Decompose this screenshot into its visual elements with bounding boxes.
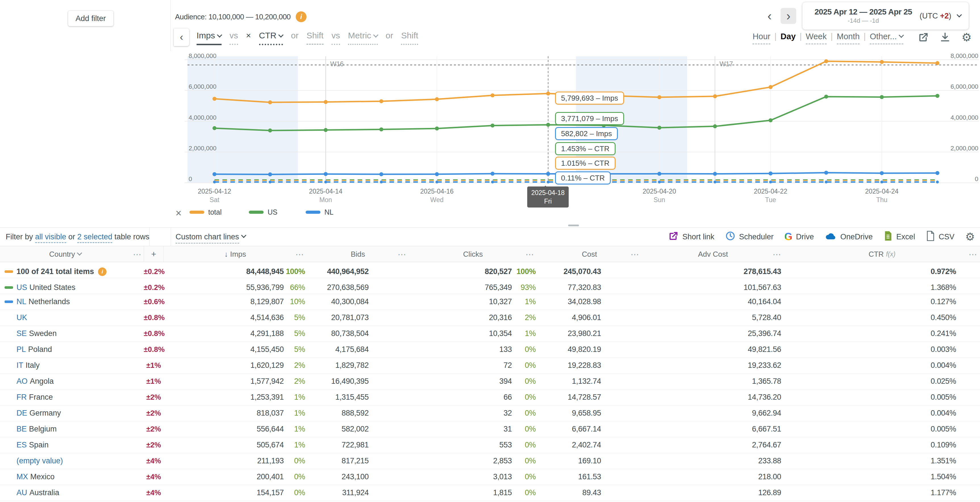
settings-gear-icon[interactable]: ⚙: [961, 31, 973, 43]
export-label: Excel: [896, 233, 915, 241]
export-label: OneDrive: [840, 233, 873, 241]
remove-metric-icon[interactable]: ×: [246, 31, 251, 44]
row-series-swatch: [5, 270, 13, 273]
ctr-menu-icon[interactable]: ⋯: [969, 249, 977, 259]
date-prev-icon[interactable]: ‹: [765, 8, 775, 23]
country-cell[interactable]: 100 of 241 total items i: [0, 267, 130, 276]
metric-token-imps[interactable]: Imps: [197, 31, 221, 45]
country-cell[interactable]: US United States: [0, 283, 130, 292]
metric-token-or[interactable]: or: [386, 31, 393, 44]
add-filter-button[interactable]: Add filter: [68, 11, 113, 26]
metric-token-vs[interactable]: vs: [331, 31, 340, 45]
metric-token-metric[interactable]: Metric: [348, 31, 378, 45]
clicks-cell: 10,354: [409, 329, 513, 338]
row-swatch-slot: [5, 270, 14, 273]
chevron-down-icon: [77, 250, 82, 255]
column-header-ctr[interactable]: CTRf(x) ⋯: [784, 246, 980, 262]
country-cell[interactable]: IT Italy: [0, 361, 130, 370]
export-onedrive-button[interactable]: OneDrive: [825, 231, 873, 242]
table-row-PL[interactable]: PL Poland ±0.8%4,155,4505%4,175,6841330%…: [0, 342, 980, 358]
filter-all-visible-link[interactable]: all visible: [35, 233, 67, 243]
cost-menu-icon[interactable]: ⋯: [631, 249, 639, 259]
granularity-week[interactable]: Week: [806, 32, 827, 45]
chart-resize-handle[interactable]: [568, 225, 579, 226]
metric-token-or[interactable]: or: [291, 31, 299, 44]
info-icon[interactable]: i: [98, 268, 107, 276]
column-header-clicks[interactable]: Clicks ⋯: [409, 246, 537, 262]
country-cell[interactable]: DE Germany: [0, 409, 130, 418]
country-menu-icon[interactable]: ⋯: [130, 246, 144, 262]
column-header-cost[interactable]: Cost ⋯: [537, 246, 642, 262]
country-cell[interactable]: ES Spain: [0, 441, 130, 449]
legend-item-NL[interactable]: NL: [305, 208, 334, 216]
table-row-UK[interactable]: UK ±0.8%4,514,6365%20,781,07320,3162%4,9…: [0, 310, 980, 326]
info-icon[interactable]: i: [296, 11, 307, 22]
table-row-MX[interactable]: MX Mexico ±4%200,4010%243,1003,0130%161.…: [0, 469, 980, 485]
country-cell[interactable]: PL Poland: [0, 345, 130, 354]
uncertainty-cell: ±0.2%: [144, 267, 164, 276]
country-name: Angola: [30, 377, 54, 386]
table-row-ES[interactable]: ES Spain ±2%505,6741%722,9815530%2,402.7…: [0, 437, 980, 453]
country-cell[interactable]: AU Australia: [0, 488, 130, 497]
date-next-icon[interactable]: ›: [781, 8, 796, 24]
chart-collapse-button[interactable]: ‹: [174, 29, 189, 46]
custom-chart-lines-dropdown[interactable]: Custom chart lines: [175, 233, 246, 241]
table-row-NL[interactable]: NL Netherlands ±0.6%8,129,80710%40,300,0…: [0, 294, 980, 310]
table-row-DE[interactable]: DE Germany ±2%818,0371%888,592320%9,658.…: [0, 405, 980, 421]
add-column-button[interactable]: +: [144, 246, 164, 262]
country-cell[interactable]: UK: [0, 313, 130, 322]
legend-item-US[interactable]: US: [249, 208, 277, 216]
table-row-FR[interactable]: FR France ±2%1,253,3911%1,315,455660%14,…: [0, 389, 980, 405]
date-range-picker[interactable]: 2025 Apr 12 — 2025 Apr 25 -14d — -1d (UT…: [802, 2, 969, 30]
country-cell[interactable]: BE Belgium: [0, 425, 130, 433]
table-row-IT[interactable]: IT Italy ±1%1,620,1292%1,829,782720%19,2…: [0, 358, 980, 373]
export-csv-button[interactable]: CSV: [926, 231, 955, 243]
country-cell[interactable]: (empty value): [0, 456, 130, 465]
export-excel-button[interactable]: Excel: [883, 231, 915, 243]
column-header-bids[interactable]: Bids ⋯: [307, 246, 409, 262]
country-cell[interactable]: MX Mexico: [0, 472, 130, 481]
bids-menu-icon[interactable]: ⋯: [398, 249, 406, 259]
metric-token-shift[interactable]: Shift: [401, 31, 418, 45]
legend-close-icon[interactable]: ×: [175, 208, 181, 218]
imps-menu-icon[interactable]: ⋯: [296, 249, 304, 259]
granularity-hour[interactable]: Hour: [752, 32, 770, 45]
adv-cost-cell: 40,164.04: [642, 297, 784, 306]
granularity-other[interactable]: Other...: [870, 32, 903, 45]
export-short-link-button[interactable]: Short link: [668, 231, 714, 243]
table-row-AU[interactable]: AU Australia ±4%154,1570%311,9241,8150%8…: [0, 485, 980, 501]
column-header-adv-cost[interactable]: Adv Cost ⋯: [642, 246, 784, 262]
granularity-month[interactable]: Month: [837, 32, 860, 45]
column-header-imps[interactable]: ↓ Imps ⋯: [164, 246, 307, 262]
open-external-icon[interactable]: [918, 31, 929, 43]
table-row-AO[interactable]: AO Angola ±1%1,577,9422%16,490,3953940%1…: [0, 373, 980, 389]
clicks-pct-cell: 2%: [513, 313, 537, 322]
download-icon[interactable]: [939, 31, 951, 43]
legend-item-total[interactable]: total: [189, 208, 221, 216]
chart-canvas[interactable]: [0, 51, 980, 228]
ctr-cell: 0.005%: [784, 425, 980, 433]
adv-cost-menu-icon[interactable]: ⋯: [773, 249, 781, 259]
week-marker-label: W17: [719, 60, 733, 68]
table-row-SE[interactable]: SE Sweden ±0.8%4,291,1885%80,738,50410,3…: [0, 326, 980, 342]
onedrive-icon: [825, 231, 837, 242]
export-drive-button[interactable]: GDrive: [784, 232, 814, 242]
country-cell[interactable]: SE Sweden: [0, 329, 130, 338]
table-row-BE[interactable]: BE Belgium ±2%556,6441%582,002310%6,667.…: [0, 421, 980, 437]
country-cell[interactable]: AO Angola: [0, 377, 130, 386]
country-cell[interactable]: FR France: [0, 393, 130, 402]
table-row--empty-value-[interactable]: (empty value) ±4%211,1930%817,2152,8530%…: [0, 453, 980, 469]
clicks-menu-icon[interactable]: ⋯: [525, 249, 534, 259]
granularity-day[interactable]: Day: [781, 32, 795, 43]
table-row-100-of-241-total-items[interactable]: 100 of 241 total items i ±0.2%84,448,945…: [0, 262, 980, 278]
table-settings-gear-icon[interactable]: ⚙: [965, 231, 975, 243]
country-cell[interactable]: NL Netherlands: [0, 297, 130, 306]
filter-selected-link[interactable]: 2 selected: [77, 233, 112, 243]
metric-token-shift[interactable]: Shift: [307, 31, 323, 45]
table-row-US[interactable]: US United States ±0.2%55,936,79966%270,6…: [0, 278, 980, 294]
column-header-country[interactable]: Country: [0, 246, 130, 262]
legend-swatch: [249, 210, 264, 214]
metric-token-vs[interactable]: vs: [229, 31, 238, 45]
export-scheduler-button[interactable]: Scheduler: [725, 231, 774, 243]
metric-token-ctr[interactable]: CTR: [259, 31, 283, 45]
